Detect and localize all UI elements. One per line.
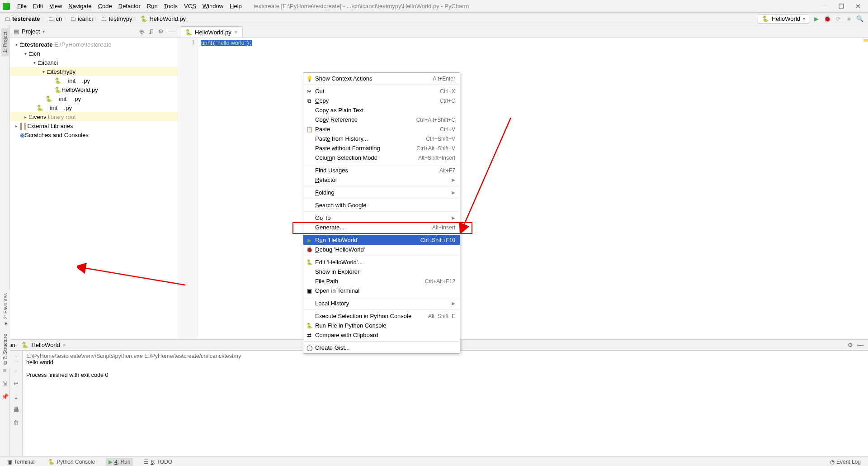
crumb-root[interactable]: 🗀testcreate (5, 15, 40, 22)
crumb-file[interactable]: 🐍HelloWorld.py (140, 15, 186, 22)
down-icon[interactable]: ↓ (14, 367, 18, 374)
layout-icon[interactable]: ⇲ (2, 380, 7, 387)
tree-testmypy[interactable]: ▾🗀 testmypy (10, 67, 178, 76)
tree-init2[interactable]: 🐍 __init__.py (10, 94, 178, 103)
tab-run[interactable]: ▶4: Run (106, 458, 133, 466)
context-menu-goto[interactable]: Go To▶ (303, 213, 460, 223)
editor-tab[interactable]: 🐍 HelloWorld.py × (180, 26, 243, 38)
expand-all-icon[interactable]: ⇵ (149, 28, 154, 35)
tab-event-log[interactable]: ◔Event Log (827, 458, 863, 466)
crumb-icanci[interactable]: 🗀icanci (70, 15, 93, 22)
context-menu-generate[interactable]: Generate...Alt+Insert (303, 223, 460, 232)
side-tab-favorites[interactable]: ★ 2: Favorites (1, 290, 9, 330)
context-menu-local_hist[interactable]: Local History▶ (303, 299, 460, 308)
context-menu-refactor[interactable]: Refactor▶ (303, 175, 460, 185)
hide-icon[interactable]: — (168, 28, 174, 35)
error-stripe[interactable] (863, 38, 868, 339)
run-button[interactable]: ▶ (813, 15, 820, 22)
stop-button[interactable]: ■ (845, 15, 853, 22)
close-icon[interactable]: × (63, 342, 66, 348)
context-menu-separator (303, 186, 460, 186)
close-tab-icon[interactable]: × (234, 29, 238, 36)
clear-icon[interactable]: 🗑 (13, 419, 19, 426)
menu-code[interactable]: Code (95, 2, 115, 10)
settings-icon[interactable]: ⚙ (158, 28, 164, 35)
context-menu-run_file_console[interactable]: 🐍Run File in Python Console (303, 321, 460, 330)
side-tab-project[interactable]: 1: Project (1, 28, 9, 56)
tree-venv[interactable]: ▸🗀 venv library root (10, 112, 178, 121)
context-menu-cut[interactable]: ✂CutCtrl+X (303, 86, 460, 96)
context-menu-open_term[interactable]: ▣Open in Terminal (303, 286, 460, 295)
context-menu-show_ctx[interactable]: 💡Show Context ActionsAlt+Enter (303, 74, 460, 83)
folder-icon: 🗀 (19, 41, 25, 48)
folder-icon: 🗀 (28, 50, 34, 57)
project-tree[interactable]: ▾🗀 testcreate E:\PyHome\testcreate ▾🗀 cn… (10, 38, 178, 339)
up-icon[interactable]: ↑ (14, 354, 18, 361)
print-icon[interactable]: 🖶 (13, 406, 19, 413)
chevron-down-icon[interactable]: ▾ (42, 29, 45, 34)
menu-file[interactable]: File (14, 2, 29, 10)
project-pane-title[interactable]: Project (22, 28, 40, 35)
tree-init3[interactable]: 🐍 __init__.py (10, 103, 178, 112)
context-menu-gist[interactable]: ◯Create Gist... (303, 343, 460, 352)
menu-window[interactable]: Window (200, 2, 226, 10)
maximize-button[interactable]: ❐ (839, 3, 844, 10)
editor-body[interactable]: 1 print("hello world"); (178, 38, 868, 339)
context-menu-compare_clip[interactable]: ⇄Compare with Clipboard (303, 330, 460, 340)
locate-icon[interactable]: ⊕ (139, 28, 144, 35)
main-menu: File Edit View Navigate Code Refactor Ru… (14, 2, 245, 10)
pin-icon[interactable]: 📌 (1, 393, 9, 400)
context-menu-search_google[interactable]: Search with Google (303, 200, 460, 210)
warning-marker[interactable] (863, 39, 868, 42)
context-menu-label: Edit 'HelloWorld'... (315, 259, 363, 266)
console-output[interactable]: E:\PyHome\testcreate\venv\Scripts\python… (23, 351, 868, 456)
crumb-cn[interactable]: 🗀cn (48, 15, 62, 22)
tab-todo[interactable]: ☰6: TODO (141, 458, 175, 466)
context-menu-column[interactable]: Column Selection ModeAlt+Shift+Insert (303, 153, 460, 162)
tree-hello[interactable]: 🐍 HelloWorld.py (10, 85, 178, 94)
context-menu-paste_nofmt[interactable]: Paste without FormattingCtrl+Alt+Shift+V (303, 143, 460, 153)
context-menu-copy[interactable]: ⧉CopyCtrl+C (303, 96, 460, 105)
menu-edit[interactable]: Edit (30, 2, 46, 10)
menu-run[interactable]: Run (144, 2, 160, 10)
menu-view[interactable]: View (47, 2, 65, 10)
menu-help[interactable]: Help (227, 2, 245, 10)
context-menu-edit_cfg[interactable]: 🐍Edit 'HelloWorld'... (303, 257, 460, 267)
search-everywhere-button[interactable]: 🔍 (856, 15, 863, 22)
context-menu-label: Copy (315, 97, 329, 104)
tab-terminal[interactable]: ▣Terminal (5, 458, 37, 466)
tab-python-console[interactable]: 🐍Python Console (45, 458, 98, 466)
tree-init1[interactable]: 🐍 __init__.py (10, 76, 178, 85)
context-menu-debug[interactable]: 🐞Debug 'HelloWorld' (303, 245, 460, 254)
python-icon: 🐍 (48, 459, 55, 465)
hide-icon[interactable]: — (858, 342, 863, 348)
run-config-tab[interactable]: 🐍 HelloWorld × (21, 342, 66, 348)
softwrap-icon[interactable]: ↩ (14, 380, 19, 387)
tree-extlib[interactable]: ▸║║ External Libraries (10, 121, 178, 130)
context-menu-copy_plain[interactable]: Copy as Plain Text (303, 105, 460, 115)
context-menu-paste[interactable]: 📋PasteCtrl+V (303, 124, 460, 134)
context-menu-paste_hist[interactable]: Paste from History...Ctrl+Shift+V (303, 134, 460, 143)
menu-refactor[interactable]: Refactor (116, 2, 143, 10)
code-content[interactable]: print("hello world"); (198, 38, 255, 339)
context-menu-copy_ref[interactable]: Copy ReferenceCtrl+Alt+Shift+C (303, 115, 460, 124)
close-button[interactable]: ✕ (855, 3, 861, 10)
settings-icon[interactable]: ⚙ (848, 342, 853, 348)
side-tab-structure[interactable]: ⧉ 7: Structure (1, 330, 9, 368)
minimize-button[interactable]: — (821, 3, 828, 10)
context-menu-show_explorer[interactable]: Show in Explorer (303, 267, 460, 276)
menu-tools[interactable]: Tools (161, 2, 180, 10)
menu-vcs[interactable]: VCS (181, 2, 199, 10)
context-menu-folding[interactable]: Folding▶ (303, 188, 460, 197)
tree-scratches[interactable]: ◉ Scratches and Consoles (10, 130, 178, 139)
run-with-coverage-button[interactable]: ⟳ (835, 15, 842, 22)
menu-navigate[interactable]: Navigate (66, 2, 94, 10)
context-menu-run[interactable]: ▶Run 'HelloWorld'Ctrl+Shift+F10 (303, 235, 460, 245)
crumb-testmypy[interactable]: 🗀testmypy (101, 15, 132, 22)
debug-button[interactable]: 🐞 (824, 15, 831, 22)
context-menu-file_path[interactable]: File PathCtrl+Alt+F12 (303, 276, 460, 286)
scroll-end-icon[interactable]: ⤓ (14, 393, 19, 400)
context-menu-find_usages[interactable]: Find UsagesAlt+F7 (303, 166, 460, 175)
context-menu-exec_console[interactable]: Execute Selection in Python ConsoleAlt+S… (303, 311, 460, 321)
run-config-selector[interactable]: 🐍 HelloWorld ▾ (758, 14, 809, 24)
